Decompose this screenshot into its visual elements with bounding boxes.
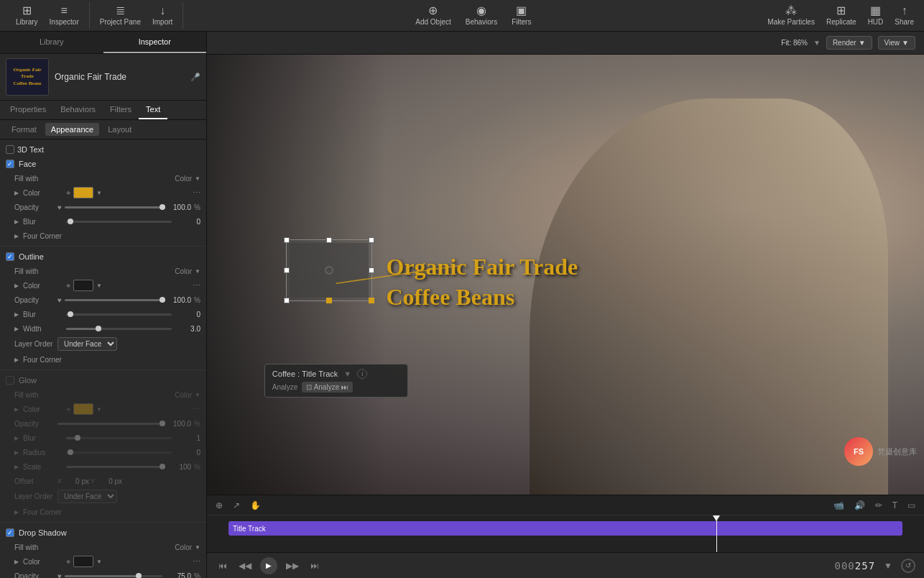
face-color-expand[interactable]: ▶ <box>14 190 19 196</box>
glow-scale-expand[interactable]: ▶ <box>14 464 19 470</box>
glow-scale-slider[interactable] <box>66 466 162 468</box>
timeline-video-icon[interactable]: 📹 <box>831 499 847 512</box>
mic-icon[interactable]: 🎤 <box>190 73 200 82</box>
glow-color-expand[interactable]: ▶ <box>14 406 19 413</box>
face-color-arrow[interactable]: ▼ <box>195 175 200 182</box>
3d-text-checkbox[interactable] <box>6 145 14 154</box>
drop-shadow-checkbox[interactable]: ✓ <box>6 528 14 537</box>
play-button[interactable]: ▶ <box>260 557 277 574</box>
behaviors-tab[interactable]: Behaviors <box>53 101 103 119</box>
outline-layer-order-select[interactable]: Under Face Over Face <box>57 337 117 351</box>
face-blur-slider[interactable] <box>66 221 172 223</box>
timeline-hand-icon[interactable]: ✋ <box>247 499 264 512</box>
outline-swatch-arrow[interactable]: ▼ <box>96 283 102 289</box>
face-swatch-arrow[interactable]: ▼ <box>96 190 102 196</box>
playback-to-start-icon[interactable]: ⏮ <box>216 559 230 572</box>
properties-tab[interactable]: Properties <box>3 101 53 119</box>
glow-color-swatch[interactable] <box>73 403 93 415</box>
playback-next-frame-icon[interactable]: ▶▶ <box>283 559 302 572</box>
share-button[interactable]: ↑ Share <box>890 2 918 29</box>
replicate-button[interactable]: ⊞ Replicate <box>822 2 861 29</box>
playback-prev-frame-icon[interactable]: ◀◀ <box>236 559 254 572</box>
glow-checkbox[interactable] <box>6 376 14 385</box>
glow-blur-slider[interactable] <box>66 437 172 439</box>
outline-width-slider[interactable] <box>66 328 172 330</box>
handle-tm[interactable] <box>326 237 332 243</box>
add-object-button[interactable]: ⊕ Add Object <box>411 2 455 29</box>
tooltip-chevron-icon[interactable]: ▼ <box>343 370 351 378</box>
drop-shadow-color-arrow[interactable]: ▼ <box>195 544 200 551</box>
drop-shadow-color-expand[interactable]: ▶ <box>14 559 19 565</box>
filters-button[interactable]: ▣ Filters <box>507 2 535 29</box>
format-tab[interactable]: Format <box>6 123 42 136</box>
loop-button[interactable]: ↺ <box>901 559 915 573</box>
handle-tr[interactable] <box>369 237 374 243</box>
make-particles-button[interactable]: ⁂ Make Particles <box>763 2 819 29</box>
drop-shadow-opacity-slider[interactable] <box>65 575 162 577</box>
timeline-text-icon[interactable]: T <box>890 499 900 512</box>
handle-lm[interactable] <box>284 267 290 273</box>
glow-four-corner-expand[interactable]: ▶ <box>14 509 19 515</box>
face-color-swatch[interactable] <box>73 187 93 198</box>
glow-layer-order-select[interactable]: Under Face Over Face <box>57 490 117 503</box>
playback-to-end-icon[interactable]: ⏭ <box>308 559 322 572</box>
timecode-chevron[interactable]: ▼ <box>881 559 895 572</box>
timeline-add-icon[interactable]: ⊕ <box>213 499 226 512</box>
face-four-corner-expand[interactable]: ▶ <box>14 233 19 239</box>
timeline-draw-icon[interactable]: ✏ <box>872 499 885 512</box>
filters-tab[interactable]: Filters <box>103 101 139 119</box>
handle-bl[interactable] <box>284 298 290 303</box>
outline-color-arrow[interactable]: ▼ <box>195 268 200 275</box>
face-section-header[interactable]: ✓ Face <box>0 157 206 171</box>
render-button[interactable]: Render ▼ <box>826 36 872 50</box>
outline-blur-expand[interactable]: ▶ <box>14 311 19 318</box>
tooltip-info-icon[interactable]: i <box>357 369 367 379</box>
drop-shadow-section-header[interactable]: ✓ Drop Shadow <box>0 526 206 540</box>
project-pane-button[interactable]: ≣ Project Pane <box>96 2 145 29</box>
handle-br[interactable] <box>369 298 374 303</box>
glow-swatch-arrow[interactable]: ▼ <box>96 406 102 413</box>
canvas-viewport[interactable]: Organic Fair Trade Coffee Beans <box>207 55 924 495</box>
hud-button[interactable]: ▦ HUD <box>864 2 888 29</box>
outline-four-corner-expand[interactable]: ▶ <box>14 357 19 363</box>
glow-radius-slider[interactable] <box>66 451 172 454</box>
timeline-playhead[interactable] <box>716 515 717 552</box>
glow-color-arrow[interactable]: ▼ <box>195 392 200 398</box>
face-blur-expand[interactable]: ▶ <box>14 219 19 225</box>
outline-color-swatch[interactable] <box>73 280 93 291</box>
glow-section-header[interactable]: Glow <box>0 373 206 387</box>
drop-shadow-swatch-arrow[interactable]: ▼ <box>96 559 102 565</box>
face-color-options[interactable]: ⋯ <box>193 188 200 198</box>
drop-shadow-color-swatch[interactable] <box>73 556 93 567</box>
handle-tl[interactable] <box>284 237 290 243</box>
timeline-mask-icon[interactable]: ▭ <box>905 499 918 512</box>
library-tab[interactable]: Library <box>0 32 103 53</box>
inspector-button[interactable]: ≡ Inspector <box>45 2 83 29</box>
outline-checkbox[interactable]: ✓ <box>6 252 14 261</box>
handle-bm[interactable] <box>326 298 332 303</box>
face-checkbox[interactable]: ✓ <box>6 160 14 168</box>
inspector-tab[interactable]: Inspector <box>103 32 207 53</box>
fit-chevron[interactable]: ▼ <box>813 39 821 47</box>
drop-shadow-eyedropper-icon[interactable]: ⌖ <box>66 557 70 566</box>
drop-shadow-color-options[interactable]: ⋯ <box>193 557 200 566</box>
glow-opacity-slider[interactable] <box>57 423 162 425</box>
import-button[interactable]: ↓ Import <box>148 2 177 29</box>
glow-radius-expand[interactable]: ▶ <box>14 449 19 456</box>
layout-tab[interactable]: Layout <box>102 123 137 136</box>
selection-box[interactable] <box>286 239 372 301</box>
outline-opacity-slider[interactable] <box>65 299 162 301</box>
face-eyedropper-icon[interactable]: ⌖ <box>66 188 70 198</box>
glow-eyedropper-icon[interactable]: ⌖ <box>66 405 70 414</box>
glow-blur-expand[interactable]: ▶ <box>14 435 19 441</box>
face-opacity-slider[interactable] <box>65 206 162 208</box>
outline-eyedropper-icon[interactable]: ⌖ <box>66 281 70 290</box>
text-tab[interactable]: Text <box>139 101 167 119</box>
handle-rm[interactable] <box>369 267 374 273</box>
timeline-track[interactable]: Title Track <box>228 521 902 536</box>
view-button[interactable]: View ▼ <box>878 36 915 50</box>
timeline-select-icon[interactable]: ↗ <box>230 499 243 512</box>
outline-color-expand[interactable]: ▶ <box>14 283 19 289</box>
outline-section-header[interactable]: ✓ Outline <box>0 249 206 264</box>
outline-width-expand[interactable]: ▶ <box>14 326 19 332</box>
